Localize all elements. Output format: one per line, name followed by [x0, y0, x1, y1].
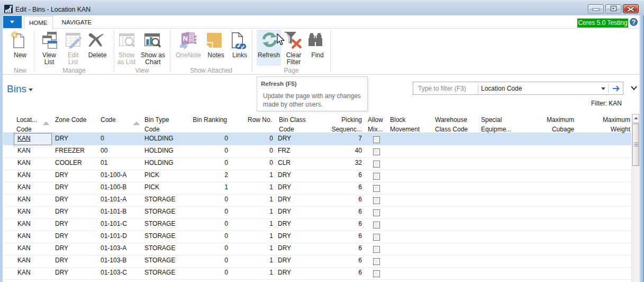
svg-text:N: N	[183, 34, 188, 42]
